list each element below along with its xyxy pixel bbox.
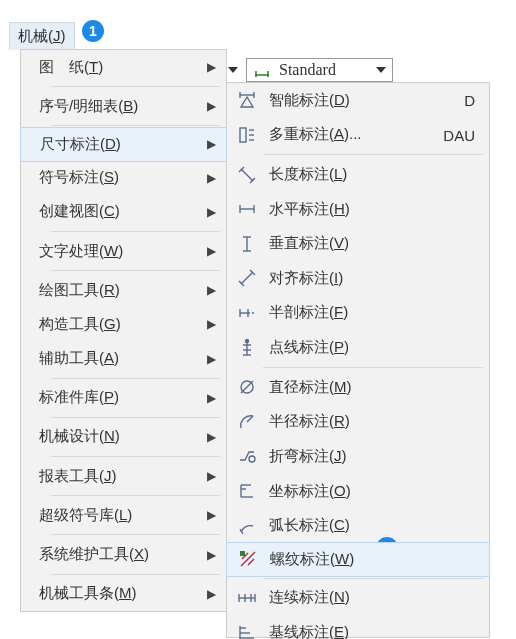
menu-separator <box>51 378 220 379</box>
menu-icon-slot <box>235 479 259 503</box>
submenu-item-label: 智能标注(D) <box>269 91 350 110</box>
menu-item[interactable]: 尺寸标注(D)▶ <box>20 127 227 161</box>
callout-badge-1: 1 <box>82 20 104 42</box>
continue-icon <box>237 588 257 608</box>
submenu-item[interactable]: 水平标注(H) <box>227 192 489 227</box>
menu-item-label: 机械设计(N) <box>39 427 120 446</box>
menu-separator <box>51 495 220 496</box>
submenu-arrow-icon: ▶ <box>207 508 216 522</box>
menu-item[interactable]: 图 纸(T)▶ <box>21 50 226 84</box>
menu-icon-slot <box>235 88 259 112</box>
submenu-item[interactable]: 折弯标注(J) <box>227 439 489 474</box>
submenu-arrow-icon: ▶ <box>207 548 216 562</box>
menu-icon-slot <box>235 620 259 639</box>
multi-dim-icon <box>237 125 257 145</box>
submenu-arrow-icon: ▶ <box>207 587 216 601</box>
submenu-item-label: 弧长标注(C) <box>269 516 350 535</box>
menu-item[interactable]: 创建视图(C)▶ <box>21 195 226 229</box>
shortcut-label: D <box>464 92 475 109</box>
menu-item-label: 尺寸标注(D) <box>40 135 121 154</box>
submenu-arrow-icon: ▶ <box>207 60 216 74</box>
submenu-item[interactable]: 长度标注(L) <box>227 157 489 192</box>
menu-icon-slot <box>236 547 260 571</box>
menu-separator <box>51 86 220 87</box>
menu-item[interactable]: 系统维护工具(X)▶ <box>21 537 226 571</box>
dimension-submenu: 智能标注(D)D多重标注(A)...DAU长度标注(L)水平标注(H)垂直标注(… <box>226 82 490 638</box>
menu-item-label: 创建视图(C) <box>39 202 120 221</box>
menu-item-label: 绘图工具(R) <box>39 281 120 300</box>
menu-item-label: 文字处理(W) <box>39 242 123 261</box>
jog-icon <box>237 446 257 466</box>
submenu-item[interactable]: 半径标注(R) <box>227 404 489 439</box>
submenu-arrow-icon: ▶ <box>207 171 216 185</box>
dropdown-caret-icon[interactable] <box>376 67 386 73</box>
svg-point-34 <box>249 456 255 462</box>
submenu-arrow-icon: ▶ <box>207 317 216 331</box>
menu-item[interactable]: 机械工具条(M)▶ <box>21 577 226 611</box>
submenu-item[interactable]: 智能标注(D)D <box>227 83 489 118</box>
submenu-item[interactable]: 多重标注(A)...DAU <box>227 118 489 153</box>
menu-icon-slot <box>235 410 259 434</box>
svg-line-19 <box>241 272 253 284</box>
menu-item-label: 系统维护工具(X) <box>39 545 149 564</box>
submenu-arrow-icon: ▶ <box>207 283 216 297</box>
menu-item[interactable]: 构造工具(G)▶ <box>21 307 226 341</box>
menu-label-pre: 机械( <box>18 27 53 44</box>
dim-style-selector[interactable]: Standard <box>246 58 393 82</box>
menu-item-label: 辅助工具(A) <box>39 349 119 368</box>
dimension-style-icon <box>253 62 271 78</box>
submenu-item-label: 垂直标注(V) <box>269 234 349 253</box>
submenu-item[interactable]: 点线标注(P) <box>227 330 489 365</box>
radius-icon <box>237 412 257 432</box>
menu-item[interactable]: 机械设计(N)▶ <box>21 420 226 454</box>
menu-item-label: 构造工具(G) <box>39 315 121 334</box>
menu-separator <box>263 578 483 579</box>
thread-icon <box>238 549 258 569</box>
shortcut-label: DAU <box>443 126 475 143</box>
smart-dim-icon <box>237 90 257 110</box>
menu-item[interactable]: 报表工具(J)▶ <box>21 459 226 493</box>
submenu-item-label: 折弯标注(J) <box>269 447 347 466</box>
menu-item[interactable]: 序号/明细表(B)▶ <box>21 89 226 123</box>
menu-item[interactable]: 绘图工具(R)▶ <box>21 273 226 307</box>
menu-icon-slot <box>235 336 259 360</box>
submenu-item[interactable]: 垂直标注(V) <box>227 226 489 261</box>
submenu-item[interactable]: 对齐标注(I) <box>227 261 489 296</box>
submenu-item[interactable]: 坐标标注(O) <box>227 474 489 509</box>
menu-item-label: 序号/明细表(B) <box>39 97 138 116</box>
submenu-item[interactable]: 半剖标注(F) <box>227 296 489 331</box>
submenu-arrow-icon: ▶ <box>207 391 216 405</box>
submenu-item-label: 基线标注(E) <box>269 623 349 639</box>
dropdown-caret-icon[interactable] <box>228 67 238 73</box>
submenu-item-label: 螺纹标注(W) <box>270 550 354 569</box>
submenu-item[interactable]: 直径标注(M) <box>227 370 489 405</box>
half-sec-icon <box>237 303 257 323</box>
submenu-item[interactable]: 基线标注(E) <box>227 615 489 639</box>
mechanical-menu-button[interactable]: 机械(J) <box>9 22 75 50</box>
diameter-icon <box>237 377 257 397</box>
submenu-item[interactable]: 螺纹标注(W) <box>226 542 490 577</box>
menu-label-post: ) <box>61 27 66 44</box>
submenu-arrow-icon: ▶ <box>207 352 216 366</box>
menu-item[interactable]: 符号标注(S)▶ <box>21 161 226 195</box>
submenu-item[interactable]: 连续标注(N) <box>227 581 489 616</box>
dim-style-toolbar: Standard <box>228 56 393 84</box>
menu-item[interactable]: 标准件库(P)▶ <box>21 381 226 415</box>
menu-separator <box>51 574 220 575</box>
submenu-arrow-icon: ▶ <box>207 137 216 151</box>
submenu-item-label: 对齐标注(I) <box>269 269 343 288</box>
submenu-arrow-icon: ▶ <box>207 469 216 483</box>
baseline-icon <box>237 622 257 639</box>
menu-item[interactable]: 超级符号库(L)▶ <box>21 498 226 532</box>
menu-icon-slot <box>235 301 259 325</box>
submenu-item-label: 多重标注(A)... <box>269 125 362 144</box>
submenu-item[interactable]: 弧长标注(C) <box>227 508 489 543</box>
menu-item-label: 图 纸(T) <box>39 58 103 77</box>
menu-separator <box>51 270 220 271</box>
mechanical-dropdown: 图 纸(T)▶序号/明细表(B)▶尺寸标注(D)▶符号标注(S)▶创建视图(C)… <box>20 49 227 612</box>
menu-item[interactable]: 辅助工具(A)▶ <box>21 342 226 376</box>
align-dim-icon <box>237 268 257 288</box>
horiz-dim-icon <box>237 199 257 219</box>
submenu-arrow-icon: ▶ <box>207 430 216 444</box>
menu-item[interactable]: 文字处理(W)▶ <box>21 234 226 268</box>
